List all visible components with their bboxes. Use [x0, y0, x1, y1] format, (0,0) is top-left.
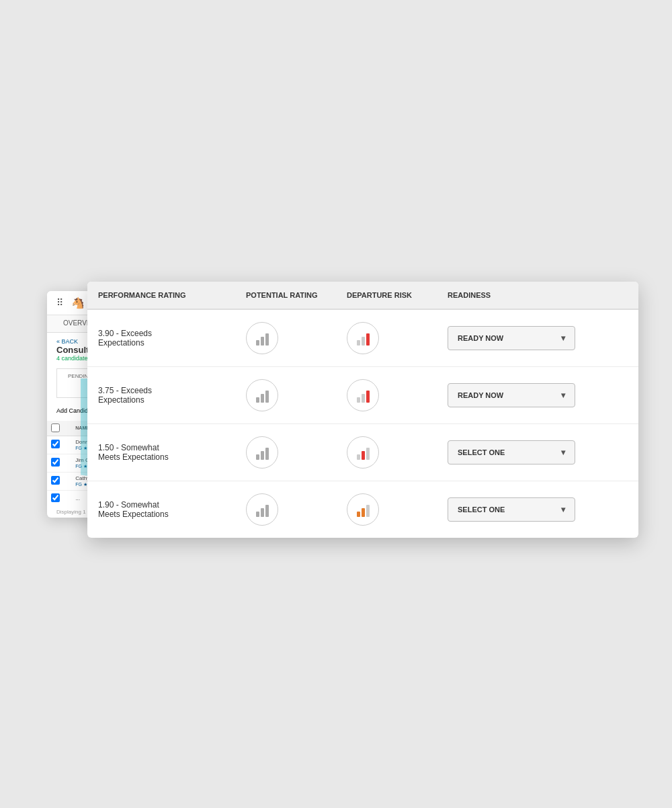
row-checkbox[interactable]: [51, 493, 60, 502]
row-checkbox[interactable]: [51, 458, 60, 467]
performance-rating-cell: 3.75 - ExceedsExpectations: [87, 366, 235, 423]
readiness-dropdown[interactable]: SELECT ONE ▾: [448, 440, 575, 464]
readiness-dropdown[interactable]: SELECT ONE ▾: [448, 497, 575, 522]
potential-bar-chart: [246, 436, 278, 469]
readiness-cell[interactable]: READY NOW ▾: [437, 309, 638, 367]
readiness-label: SELECT ONE: [458, 506, 505, 514]
performance-rating-cell: 3.90 - ExceedsExpectations: [87, 309, 235, 367]
th-potential-rating: POTENTIAL RATING: [235, 282, 336, 309]
departure-risk-cell: [336, 481, 437, 538]
chevron-down-icon: ▾: [561, 333, 565, 343]
readiness-dropdown[interactable]: READY NOW ▾: [448, 326, 575, 350]
departure-bar-chart: [347, 379, 379, 411]
horse-icon: 🐴: [71, 296, 85, 309]
potential-rating-cell: [235, 309, 336, 367]
chevron-down-icon: ▾: [561, 505, 565, 514]
performance-rating-cell: 1.50 - SomewhatMeets Expectations: [87, 423, 235, 481]
departure-bar-chart: [347, 436, 379, 469]
potential-bar-chart: [246, 379, 278, 411]
chevron-down-icon: ▾: [561, 448, 565, 457]
departure-risk-cell: [336, 366, 437, 423]
departure-risk-cell: [336, 309, 437, 367]
foreground-table-card: PERFORMANCE RATING POTENTIAL RATING DEPA…: [87, 282, 638, 538]
chevron-down-icon: ▾: [561, 391, 565, 400]
departure-bar-chart: [347, 493, 379, 526]
row-checkbox[interactable]: [51, 440, 60, 448]
potential-rating-cell: [235, 423, 336, 481]
readiness-label: READY NOW: [458, 334, 503, 342]
col-checkbox: [47, 421, 71, 436]
potential-rating-cell: [235, 481, 336, 538]
readiness-cell[interactable]: READY NOW ▾: [437, 366, 638, 423]
potential-bar-chart: [246, 322, 278, 354]
performance-rating-cell: 1.90 - SomewhatMeets Expectations: [87, 481, 235, 538]
departure-risk-cell: [336, 423, 437, 481]
table-row: 1.50 - SomewhatMeets Expectations: [87, 423, 638, 481]
th-readiness: READINESS: [437, 282, 638, 309]
row-checkbox[interactable]: [51, 476, 60, 485]
table-header-row: PERFORMANCE RATING POTENTIAL RATING DEPA…: [87, 282, 638, 309]
select-all-checkbox[interactable]: [51, 423, 60, 432]
readiness-dropdown[interactable]: READY NOW ▾: [448, 383, 575, 407]
readiness-cell[interactable]: SELECT ONE ▾: [437, 423, 638, 481]
th-departure-risk: DEPARTURE RISK: [336, 282, 437, 309]
readiness-label: READY NOW: [458, 391, 503, 399]
departure-bar-chart: [347, 322, 379, 354]
potential-rating-cell: [235, 366, 336, 423]
potential-bar-chart: [246, 493, 278, 526]
readiness-label: SELECT ONE: [458, 448, 505, 456]
readiness-cell[interactable]: SELECT ONE ▾: [437, 481, 638, 538]
table-row: 1.90 - SomewhatMeets Expectations: [87, 481, 638, 538]
table-row: 3.75 - ExceedsExpectations: [87, 366, 638, 423]
grid-icon[interactable]: ⠿: [56, 297, 63, 308]
main-data-table: PERFORMANCE RATING POTENTIAL RATING DEPA…: [87, 282, 638, 538]
table-row: 3.90 - ExceedsExpectations: [87, 309, 638, 367]
th-performance-rating: PERFORMANCE RATING: [87, 282, 235, 309]
